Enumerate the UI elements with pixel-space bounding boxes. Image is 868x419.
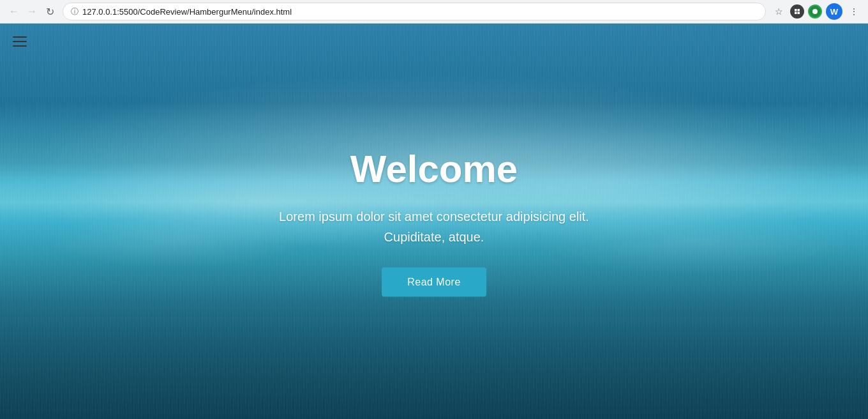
hamburger-menu[interactable]	[10, 34, 29, 49]
hero-title: Welcome	[211, 147, 657, 191]
extension-icon-1	[790, 4, 804, 19]
address-bar[interactable]: ⓘ	[63, 3, 766, 20]
extension-icon-2	[808, 4, 822, 19]
hero-subtitle-line2: Cupiditate, atque.	[384, 230, 484, 244]
nav-buttons: ← → ↻	[6, 4, 57, 19]
svg-rect-3	[798, 12, 800, 15]
star-button[interactable]: ☆	[771, 4, 786, 19]
profile-button[interactable]: W	[826, 3, 842, 20]
browser-actions: ☆ W ⋮	[771, 3, 862, 20]
menu-button[interactable]: ⋮	[846, 4, 862, 19]
url-input[interactable]	[82, 7, 758, 17]
reload-button[interactable]: ↻	[42, 4, 57, 19]
svg-rect-2	[795, 12, 797, 15]
svg-rect-1	[798, 9, 800, 11]
hamburger-line-2	[13, 41, 27, 42]
hero-content: Welcome Lorem ipsum dolor sit amet conse…	[211, 147, 657, 297]
hamburger-line-1	[13, 36, 27, 38]
hamburger-line-3	[13, 45, 27, 47]
hero-subtitle: Lorem ipsum dolor sit amet consectetur a…	[211, 206, 657, 247]
lock-icon: ⓘ	[71, 6, 79, 17]
browser-toolbar: ← → ↻ ⓘ ☆ W ⋮	[0, 0, 868, 23]
read-more-button[interactable]: Read More	[382, 268, 486, 297]
forward-button[interactable]: →	[24, 4, 40, 19]
hero-subtitle-line1: Lorem ipsum dolor sit amet consectetur a…	[279, 210, 589, 224]
website-container: Welcome Lorem ipsum dolor sit amet conse…	[0, 24, 868, 419]
browser-chrome: ← → ↻ ⓘ ☆ W ⋮	[0, 0, 868, 24]
back-button[interactable]: ←	[6, 4, 22, 19]
svg-rect-0	[795, 9, 797, 11]
svg-point-4	[812, 9, 818, 14]
